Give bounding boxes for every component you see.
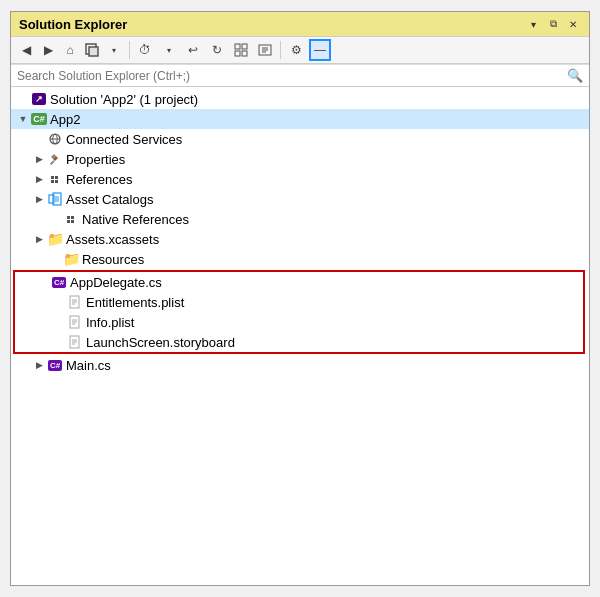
svg-rect-1 bbox=[89, 47, 98, 56]
close-button[interactable]: ✕ bbox=[565, 16, 581, 32]
history-button[interactable]: ⏱ bbox=[134, 39, 156, 61]
entitlements-icon bbox=[67, 294, 83, 310]
solution-row[interactable]: ↗ Solution 'App2' (1 project) bbox=[11, 89, 589, 109]
svg-rect-3 bbox=[242, 44, 247, 49]
info-plist-icon bbox=[67, 314, 83, 330]
new-view-dropdown[interactable]: ▾ bbox=[103, 39, 125, 61]
native-references-label: Native References bbox=[82, 212, 189, 227]
entitlements-label: Entitlements.plist bbox=[86, 295, 184, 310]
title-bar: Solution Explorer ▾ ⧉ ✕ bbox=[11, 12, 589, 37]
search-bar: 🔍 bbox=[11, 64, 589, 87]
launchscreen-icon bbox=[67, 334, 83, 350]
search-input[interactable] bbox=[17, 69, 567, 83]
properties-icon bbox=[47, 151, 63, 167]
main-cs-arrow[interactable] bbox=[31, 357, 47, 373]
preview-button[interactable] bbox=[254, 39, 276, 61]
asset-catalogs-row[interactable]: Asset Catalogs bbox=[11, 189, 589, 209]
pin-button[interactable]: ▾ bbox=[525, 16, 541, 32]
appdelegate-cs-row[interactable]: C# AppDelegate.cs bbox=[15, 272, 583, 292]
assets-xcassets-arrow[interactable] bbox=[31, 231, 47, 247]
connected-services-label: Connected Services bbox=[66, 132, 182, 147]
resources-row[interactable]: 📁 Resources bbox=[11, 249, 589, 269]
main-cs-label: Main.cs bbox=[66, 358, 111, 373]
back-button[interactable]: ◀ bbox=[15, 39, 37, 61]
info-plist-row[interactable]: Info.plist bbox=[15, 312, 583, 332]
project-label: App2 bbox=[50, 112, 80, 127]
title-bar-controls: ▾ ⧉ ✕ bbox=[525, 16, 581, 32]
tree-container: ↗ Solution 'App2' (1 project) C# App2 bbox=[11, 87, 589, 585]
references-label: References bbox=[66, 172, 132, 187]
resources-icon: 📁 bbox=[63, 251, 79, 267]
separator-2 bbox=[280, 41, 281, 59]
history-dropdown[interactable]: ▾ bbox=[158, 39, 180, 61]
launchscreen-label: LaunchScreen.storyboard bbox=[86, 335, 235, 350]
solution-icon: ↗ bbox=[31, 91, 47, 107]
solution-explorer-window: Solution Explorer ▾ ⧉ ✕ ◀ ▶ ⌂ ▾ ⏱ ▾ ↩ ↻ bbox=[10, 11, 590, 586]
minus-button[interactable]: — bbox=[309, 39, 331, 61]
launchscreen-row[interactable]: LaunchScreen.storyboard bbox=[15, 332, 583, 352]
float-button[interactable]: ⧉ bbox=[545, 16, 561, 32]
references-icon bbox=[47, 171, 63, 187]
title-bar-left: Solution Explorer bbox=[19, 17, 127, 32]
properties-arrow[interactable] bbox=[31, 151, 47, 167]
resources-label: Resources bbox=[82, 252, 144, 267]
solution-label: Solution 'App2' (1 project) bbox=[50, 92, 198, 107]
separator-1 bbox=[129, 41, 130, 59]
toolbar: ◀ ▶ ⌂ ▾ ⏱ ▾ ↩ ↻ bbox=[11, 37, 589, 64]
collapse-button[interactable] bbox=[230, 39, 252, 61]
project-icon: C# bbox=[31, 111, 47, 127]
references-row[interactable]: References bbox=[11, 169, 589, 189]
assets-xcassets-row[interactable]: 📁 Assets.xcassets bbox=[11, 229, 589, 249]
native-references-row[interactable]: Native References bbox=[11, 209, 589, 229]
home-button[interactable]: ⌂ bbox=[59, 39, 81, 61]
appdelegate-icon: C# bbox=[51, 274, 67, 290]
main-cs-icon: C# bbox=[47, 357, 63, 373]
search-icon: 🔍 bbox=[567, 68, 583, 83]
solution-explorer-title: Solution Explorer bbox=[19, 17, 127, 32]
properties-label: Properties bbox=[66, 152, 125, 167]
forward-button[interactable]: ▶ bbox=[37, 39, 59, 61]
refresh-button[interactable]: ↻ bbox=[206, 39, 228, 61]
new-view-button[interactable] bbox=[81, 39, 103, 61]
connected-services-row[interactable]: Connected Services bbox=[11, 129, 589, 149]
references-arrow[interactable] bbox=[31, 171, 47, 187]
svg-rect-4 bbox=[235, 51, 240, 56]
native-references-icon bbox=[63, 211, 79, 227]
connected-services-icon bbox=[47, 131, 63, 147]
properties-button[interactable]: ⚙ bbox=[285, 39, 307, 61]
asset-catalogs-icon bbox=[47, 191, 63, 207]
sync-button[interactable]: ↩ bbox=[182, 39, 204, 61]
info-plist-label: Info.plist bbox=[86, 315, 134, 330]
main-cs-row[interactable]: C# Main.cs bbox=[11, 355, 589, 375]
svg-rect-5 bbox=[242, 51, 247, 56]
red-border-group: C# AppDelegate.cs Entitlements.plist bbox=[13, 270, 585, 354]
appdelegate-label: AppDelegate.cs bbox=[70, 275, 162, 290]
project-arrow[interactable] bbox=[15, 111, 31, 127]
entitlements-plist-row[interactable]: Entitlements.plist bbox=[15, 292, 583, 312]
project-row[interactable]: C# App2 bbox=[11, 109, 589, 129]
assets-xcassets-icon: 📁 bbox=[47, 231, 63, 247]
assets-xcassets-label: Assets.xcassets bbox=[66, 232, 159, 247]
svg-rect-12 bbox=[50, 160, 55, 165]
svg-rect-2 bbox=[235, 44, 240, 49]
properties-row[interactable]: Properties bbox=[11, 149, 589, 169]
asset-catalogs-arrow[interactable] bbox=[31, 191, 47, 207]
asset-catalogs-label: Asset Catalogs bbox=[66, 192, 153, 207]
